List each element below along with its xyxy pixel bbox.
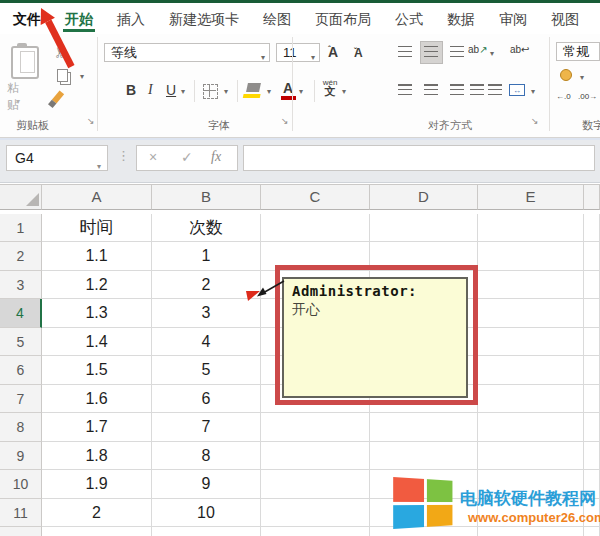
cell-B3[interactable]: 2 (152, 271, 261, 300)
cell-B5[interactable]: 4 (152, 328, 261, 357)
row-header-10[interactable]: 10 (0, 470, 42, 499)
name-box[interactable]: G4 ▾ (6, 145, 108, 171)
cell-F8[interactable] (584, 413, 600, 442)
borders-button[interactable] (203, 84, 218, 99)
cell-F7[interactable] (584, 385, 600, 414)
column-header-A[interactable]: A (42, 185, 152, 210)
phonetic-dropdown-icon[interactable]: ▾ (342, 87, 346, 96)
cell-A3[interactable]: 1.2 (42, 271, 152, 300)
cell-B2[interactable]: 1 (152, 242, 261, 271)
tab-2[interactable]: 开始 (65, 5, 93, 33)
cell-C8[interactable] (261, 413, 370, 442)
cell-C1[interactable] (261, 214, 370, 243)
align-center-button[interactable] (424, 84, 438, 95)
row-header-9[interactable]: 9 (0, 442, 42, 471)
cell-E8[interactable] (478, 413, 584, 442)
cell-A7[interactable]: 1.6 (42, 385, 152, 414)
cell-B6[interactable]: 5 (152, 356, 261, 385)
tab-9[interactable]: 审阅 (499, 5, 527, 33)
merge-dropdown-icon[interactable]: ▾ (531, 87, 535, 96)
cell-A12[interactable] (42, 527, 152, 536)
cell-B1[interactable]: 次数 (152, 214, 261, 243)
bold-button[interactable]: B (126, 82, 136, 98)
phonetic-guide-button[interactable]: wén 文 (322, 79, 338, 95)
name-box-dropdown-icon[interactable]: ▾ (97, 155, 101, 179)
cell-D2[interactable] (370, 242, 478, 271)
decrease-indent-button[interactable] (470, 84, 484, 95)
font-color-dropdown-icon[interactable]: ▾ (299, 87, 303, 96)
cell-E6[interactable] (478, 356, 584, 385)
cell-F5[interactable] (584, 328, 600, 357)
number-format-select[interactable]: 常规 (556, 42, 600, 61)
accounting-dropdown-icon[interactable]: ▾ (580, 73, 584, 82)
column-header-C[interactable]: C (261, 185, 370, 210)
top-align-button[interactable] (398, 46, 412, 57)
cell-E3[interactable] (478, 271, 584, 300)
comment-box[interactable]: Administrator: 开心 (282, 277, 468, 398)
column-header-partial[interactable] (584, 185, 600, 210)
format-painter-button[interactable] (52, 90, 64, 103)
cell-E1[interactable] (478, 214, 584, 243)
column-header-D[interactable]: D (370, 185, 478, 210)
cell-A1[interactable]: 时间 (42, 214, 152, 243)
cell-B4[interactable]: 3 (152, 299, 261, 328)
tab-10[interactable]: 视图 (551, 5, 579, 33)
column-header-B[interactable]: B (152, 185, 261, 210)
formula-bar-handle-icon[interactable]: ⋮ (117, 148, 130, 163)
tab-5[interactable]: 绘图 (263, 5, 291, 33)
cell-A2[interactable]: 1.1 (42, 242, 152, 271)
orientation-dropdown-icon[interactable]: ▾ (490, 49, 494, 58)
row-header-4[interactable]: 4 (0, 299, 42, 328)
clipboard-dialog-launcher-icon[interactable]: ↘ (87, 116, 95, 126)
cut-button[interactable]: ✂ (51, 46, 69, 59)
merge-center-button[interactable]: ↔ (509, 84, 525, 96)
cell-C11[interactable] (261, 499, 370, 528)
underline-dropdown-icon[interactable]: ▾ (181, 87, 185, 96)
cell-B12[interactable] (152, 527, 261, 536)
cell-C2[interactable] (261, 242, 370, 271)
select-all-button[interactable] (0, 185, 42, 210)
cell-F6[interactable] (584, 356, 600, 385)
row-header-7[interactable]: 7 (0, 385, 42, 414)
cell-E5[interactable] (478, 328, 584, 357)
cell-A9[interactable]: 1.8 (42, 442, 152, 471)
decrease-decimal-button[interactable]: .00→ (578, 92, 597, 101)
cell-B10[interactable]: 9 (152, 470, 261, 499)
font-dialog-launcher-icon[interactable]: ↘ (281, 116, 289, 126)
cell-F4[interactable] (584, 299, 600, 328)
row-header-12[interactable]: 12 (0, 527, 42, 536)
column-header-E[interactable]: E (478, 185, 584, 210)
alignment-dialog-launcher-icon[interactable]: ↘ (531, 116, 539, 126)
row-header-3[interactable]: 3 (0, 271, 42, 300)
tab-4[interactable]: 新建选项卡 (169, 5, 239, 33)
orientation-button[interactable]: ab↗ (468, 44, 488, 55)
cell-A10[interactable]: 1.9 (42, 470, 152, 499)
cell-E7[interactable] (478, 385, 584, 414)
copy-dropdown-icon[interactable]: ▾ (80, 72, 84, 81)
insert-function-icon[interactable]: fx (211, 149, 221, 165)
tab-3[interactable]: 插入 (117, 5, 145, 33)
increase-decimal-button[interactable]: ←.0 (556, 92, 571, 101)
bottom-align-button[interactable] (450, 46, 464, 57)
align-left-button[interactable] (398, 84, 412, 95)
row-header-5[interactable]: 5 (0, 328, 42, 357)
middle-align-button[interactable] (424, 46, 438, 57)
tab-8[interactable]: 数据 (447, 5, 475, 33)
cell-C10[interactable] (261, 470, 370, 499)
cell-E2[interactable] (478, 242, 584, 271)
cell-D9[interactable] (370, 442, 478, 471)
formula-input[interactable] (243, 145, 595, 171)
tab-6[interactable]: 页面布局 (315, 5, 371, 33)
cell-A4[interactable]: 1.3 (42, 299, 152, 328)
font-size-select[interactable]: 11 ▾ (276, 43, 320, 62)
cell-A6[interactable]: 1.5 (42, 356, 152, 385)
align-right-button[interactable] (450, 84, 464, 95)
cancel-icon[interactable]: × (149, 149, 157, 165)
cell-B7[interactable]: 6 (152, 385, 261, 414)
cell-D1[interactable] (370, 214, 478, 243)
cell-F2[interactable] (584, 242, 600, 271)
cell-B11[interactable]: 10 (152, 499, 261, 528)
increase-indent-button[interactable] (488, 84, 502, 95)
cell-C12[interactable] (261, 527, 370, 536)
wrap-text-button[interactable]: ab↩ (510, 44, 530, 55)
